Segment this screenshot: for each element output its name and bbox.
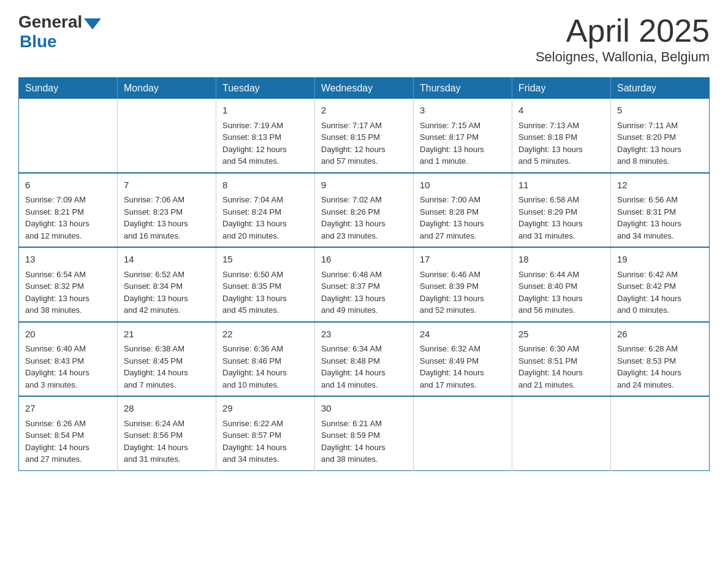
day-info: Sunrise: 6:46 AM Sunset: 8:39 PM Dayligh… <box>420 269 506 316</box>
calendar-cell: 27Sunrise: 6:26 AM Sunset: 8:54 PM Dayli… <box>19 396 118 470</box>
calendar-cell: 11Sunrise: 6:58 AM Sunset: 8:29 PM Dayli… <box>512 173 611 248</box>
day-info: Sunrise: 6:26 AM Sunset: 8:54 PM Dayligh… <box>25 418 111 465</box>
calendar-week-row: 13Sunrise: 6:54 AM Sunset: 8:32 PM Dayli… <box>19 247 710 322</box>
location-subtitle: Seloignes, Wallonia, Belgium <box>536 49 710 65</box>
day-number: 6 <box>25 178 111 193</box>
day-info: Sunrise: 6:30 AM Sunset: 8:51 PM Dayligh… <box>518 343 604 391</box>
day-info: Sunrise: 6:24 AM Sunset: 8:56 PM Dayligh… <box>124 418 210 465</box>
day-info: Sunrise: 7:15 AM Sunset: 8:17 PM Dayligh… <box>420 120 506 167</box>
day-number: 10 <box>420 178 506 193</box>
day-number: 3 <box>420 104 506 118</box>
calendar-cell: 9Sunrise: 7:02 AM Sunset: 8:26 PM Daylig… <box>315 173 414 248</box>
calendar-cell: 8Sunrise: 7:04 AM Sunset: 8:24 PM Daylig… <box>216 173 315 248</box>
calendar-cell: 18Sunrise: 6:44 AM Sunset: 8:40 PM Dayli… <box>512 247 611 322</box>
day-info: Sunrise: 6:42 AM Sunset: 8:42 PM Dayligh… <box>617 269 703 316</box>
calendar-week-row: 6Sunrise: 7:09 AM Sunset: 8:21 PM Daylig… <box>19 173 710 248</box>
calendar-cell: 19Sunrise: 6:42 AM Sunset: 8:42 PM Dayli… <box>611 247 710 322</box>
calendar-header-tuesday: Tuesday <box>216 78 315 99</box>
calendar-cell: 15Sunrise: 6:50 AM Sunset: 8:35 PM Dayli… <box>216 247 315 322</box>
day-info: Sunrise: 7:17 AM Sunset: 8:15 PM Dayligh… <box>321 120 407 167</box>
day-info: Sunrise: 6:32 AM Sunset: 8:49 PM Dayligh… <box>420 343 506 391</box>
calendar-cell: 6Sunrise: 7:09 AM Sunset: 8:21 PM Daylig… <box>19 173 118 248</box>
calendar-cell: 21Sunrise: 6:38 AM Sunset: 8:45 PM Dayli… <box>118 322 216 397</box>
calendar-cell <box>414 396 512 470</box>
day-number: 29 <box>222 402 308 416</box>
day-number: 30 <box>321 402 407 416</box>
calendar-cell: 20Sunrise: 6:40 AM Sunset: 8:43 PM Dayli… <box>19 322 118 397</box>
day-info: Sunrise: 7:11 AM Sunset: 8:20 PM Dayligh… <box>617 120 703 167</box>
day-info: Sunrise: 7:13 AM Sunset: 8:18 PM Dayligh… <box>518 120 604 167</box>
calendar-week-row: 27Sunrise: 6:26 AM Sunset: 8:54 PM Dayli… <box>19 396 710 470</box>
calendar-cell: 7Sunrise: 7:06 AM Sunset: 8:23 PM Daylig… <box>118 173 216 248</box>
calendar-cell: 12Sunrise: 6:56 AM Sunset: 8:31 PM Dayli… <box>611 173 710 248</box>
calendar-table: SundayMondayTuesdayWednesdayThursdayFrid… <box>18 77 710 471</box>
day-info: Sunrise: 6:58 AM Sunset: 8:29 PM Dayligh… <box>518 194 604 242</box>
calendar-cell: 29Sunrise: 6:22 AM Sunset: 8:57 PM Dayli… <box>216 396 315 470</box>
day-info: Sunrise: 6:36 AM Sunset: 8:46 PM Dayligh… <box>222 343 308 391</box>
calendar-cell: 22Sunrise: 6:36 AM Sunset: 8:46 PM Dayli… <box>216 322 315 397</box>
day-info: Sunrise: 6:44 AM Sunset: 8:40 PM Dayligh… <box>518 269 604 316</box>
day-number: 2 <box>321 104 407 118</box>
day-number: 25 <box>518 327 604 342</box>
day-number: 26 <box>617 327 703 342</box>
day-number: 5 <box>617 104 703 118</box>
calendar-header-monday: Monday <box>118 78 216 99</box>
day-number: 18 <box>518 253 604 267</box>
day-info: Sunrise: 7:19 AM Sunset: 8:13 PM Dayligh… <box>222 120 308 167</box>
day-number: 28 <box>124 402 210 416</box>
day-info: Sunrise: 6:40 AM Sunset: 8:43 PM Dayligh… <box>25 343 111 391</box>
calendar-cell: 2Sunrise: 7:17 AM Sunset: 8:15 PM Daylig… <box>315 99 414 173</box>
day-info: Sunrise: 6:56 AM Sunset: 8:31 PM Dayligh… <box>617 194 703 242</box>
day-number: 8 <box>222 178 308 193</box>
logo: General Blue <box>18 12 101 52</box>
day-number: 7 <box>124 178 210 193</box>
calendar-cell: 13Sunrise: 6:54 AM Sunset: 8:32 PM Dayli… <box>19 247 118 322</box>
calendar-cell <box>19 99 118 173</box>
calendar-cell: 17Sunrise: 6:46 AM Sunset: 8:39 PM Dayli… <box>414 247 512 322</box>
day-number: 16 <box>321 253 407 267</box>
day-number: 24 <box>420 327 506 342</box>
calendar-week-row: 20Sunrise: 6:40 AM Sunset: 8:43 PM Dayli… <box>19 322 710 397</box>
day-number: 13 <box>25 253 111 267</box>
calendar-cell: 3Sunrise: 7:15 AM Sunset: 8:17 PM Daylig… <box>414 99 512 173</box>
day-number: 12 <box>617 178 703 193</box>
calendar-cell: 28Sunrise: 6:24 AM Sunset: 8:56 PM Dayli… <box>118 396 216 470</box>
calendar-cell: 14Sunrise: 6:52 AM Sunset: 8:34 PM Dayli… <box>118 247 216 322</box>
day-info: Sunrise: 6:52 AM Sunset: 8:34 PM Dayligh… <box>124 269 210 316</box>
calendar-cell: 1Sunrise: 7:19 AM Sunset: 8:13 PM Daylig… <box>216 99 315 173</box>
calendar-cell <box>512 396 611 470</box>
day-info: Sunrise: 6:28 AM Sunset: 8:53 PM Dayligh… <box>617 343 703 391</box>
calendar-cell <box>118 99 216 173</box>
calendar-header-sunday: Sunday <box>19 78 118 99</box>
day-number: 15 <box>222 253 308 267</box>
page-header: General Blue April 2025 Seloignes, Wallo… <box>18 12 710 65</box>
calendar-cell: 26Sunrise: 6:28 AM Sunset: 8:53 PM Dayli… <box>611 322 710 397</box>
day-number: 27 <box>25 402 111 416</box>
day-number: 20 <box>25 327 111 342</box>
logo-general-text: General <box>18 12 82 32</box>
calendar-cell: 30Sunrise: 6:21 AM Sunset: 8:59 PM Dayli… <box>315 396 414 470</box>
calendar-cell: 10Sunrise: 7:00 AM Sunset: 8:28 PM Dayli… <box>414 173 512 248</box>
calendar-cell: 16Sunrise: 6:48 AM Sunset: 8:37 PM Dayli… <box>315 247 414 322</box>
day-info: Sunrise: 6:21 AM Sunset: 8:59 PM Dayligh… <box>321 418 407 465</box>
calendar-cell <box>611 396 710 470</box>
calendar-cell: 25Sunrise: 6:30 AM Sunset: 8:51 PM Dayli… <box>512 322 611 397</box>
day-info: Sunrise: 6:38 AM Sunset: 8:45 PM Dayligh… <box>124 343 210 391</box>
day-number: 1 <box>222 104 308 118</box>
calendar-header-wednesday: Wednesday <box>315 78 414 99</box>
day-number: 22 <box>222 327 308 342</box>
day-info: Sunrise: 6:54 AM Sunset: 8:32 PM Dayligh… <box>25 269 111 316</box>
day-number: 14 <box>124 253 210 267</box>
calendar-cell: 4Sunrise: 7:13 AM Sunset: 8:18 PM Daylig… <box>512 99 611 173</box>
day-info: Sunrise: 6:48 AM Sunset: 8:37 PM Dayligh… <box>321 269 407 316</box>
title-section: April 2025 Seloignes, Wallonia, Belgium <box>536 12 710 65</box>
day-info: Sunrise: 7:06 AM Sunset: 8:23 PM Dayligh… <box>124 194 210 242</box>
calendar-cell: 5Sunrise: 7:11 AM Sunset: 8:20 PM Daylig… <box>611 99 710 173</box>
day-number: 4 <box>518 104 604 118</box>
calendar-cell: 24Sunrise: 6:32 AM Sunset: 8:49 PM Dayli… <box>414 322 512 397</box>
day-number: 9 <box>321 178 407 193</box>
day-number: 21 <box>124 327 210 342</box>
day-info: Sunrise: 7:04 AM Sunset: 8:24 PM Dayligh… <box>222 194 308 242</box>
calendar-header-thursday: Thursday <box>414 78 512 99</box>
day-info: Sunrise: 7:09 AM Sunset: 8:21 PM Dayligh… <box>25 194 111 242</box>
